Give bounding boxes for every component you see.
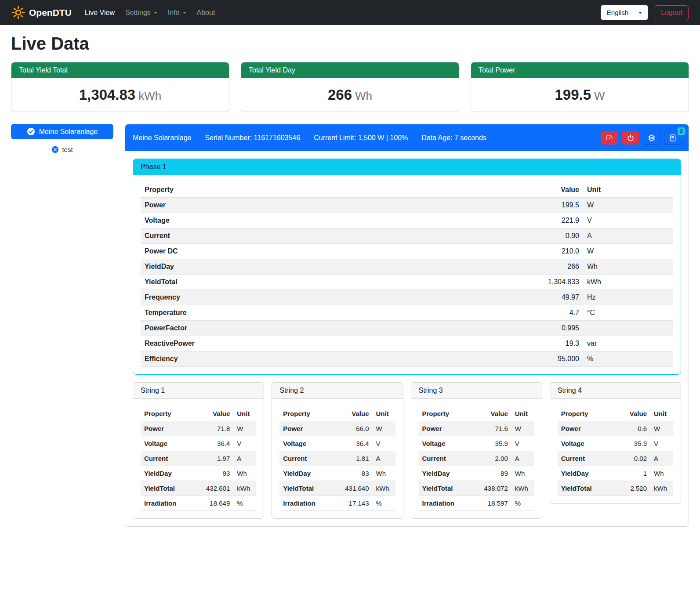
value-cell: 36.4: [199, 436, 233, 451]
string-3-card: String 3 Property Value Unit: [411, 382, 542, 519]
unit-cell: V: [650, 436, 673, 451]
unit-cell: W: [511, 421, 534, 436]
test-item[interactable]: test: [11, 146, 113, 153]
unit-cell: Wh: [650, 466, 673, 481]
phase-card: Phase 1 Property Value Unit: [133, 159, 681, 375]
unit-cell: A: [650, 451, 673, 466]
property-cell: Voltage: [141, 213, 517, 228]
unit-cell: A: [373, 451, 395, 466]
property-cell: YieldDay: [141, 466, 199, 481]
unit-cell: V: [233, 436, 256, 451]
power-button[interactable]: [622, 131, 639, 145]
event-log-button[interactable]: 2: [664, 131, 681, 145]
value-cell: 266: [517, 259, 583, 275]
table-row: Current1.81A: [279, 451, 395, 466]
unit-cell: W: [583, 244, 673, 259]
unit-cell: Wh: [373, 466, 395, 481]
journal-icon: [669, 134, 677, 142]
language-value: English: [607, 9, 628, 16]
table-row: Power71.6W: [419, 421, 534, 436]
property-cell: Current: [141, 451, 199, 466]
total-power-value: 199.5: [555, 87, 591, 103]
property-cell: Temperature: [141, 305, 517, 321]
unit-cell: Wh: [583, 259, 673, 275]
logout-button[interactable]: Logout: [655, 5, 689, 20]
table-row: Current1.97A: [141, 451, 256, 466]
total-yield-day-card: Total Yield Day 266Wh: [241, 62, 459, 112]
table-row: Efficiency95.000%: [141, 351, 673, 367]
phase-title: Phase 1: [133, 159, 681, 175]
property-cell: Current: [141, 228, 517, 244]
column-header-property: Property: [141, 406, 199, 421]
column-header-property: Property: [279, 406, 338, 421]
inverter-select-button[interactable]: Meine Solaranlage: [11, 124, 113, 139]
table-row: Irradiation17.143%: [279, 496, 395, 511]
table-row: Current0.90A: [141, 228, 673, 244]
property-cell: PowerFactor: [141, 321, 517, 336]
property-cell: Power: [558, 421, 616, 436]
value-cell: 1,304.833: [517, 275, 583, 290]
unit-cell: var: [583, 336, 673, 351]
table-row: Current2.00A: [419, 451, 534, 466]
table-row: YieldTotal1,304.833kWh: [141, 275, 673, 290]
brand-logo[interactable]: OpenDTU: [11, 6, 72, 19]
table-row: Power71.8W: [141, 421, 256, 436]
property-cell: YieldTotal: [141, 481, 199, 496]
nav-settings[interactable]: Settings: [120, 5, 163, 20]
value-cell: 4.7: [517, 305, 583, 321]
value-cell: 0.02: [616, 451, 650, 466]
unit-cell: A: [583, 228, 673, 244]
value-cell: 83: [338, 466, 373, 481]
nav-live-view[interactable]: Live View: [80, 5, 120, 20]
device-info-button[interactable]: [643, 131, 660, 145]
limit-settings-button[interactable]: [601, 131, 618, 145]
table-row: Irradiation18.597%: [419, 496, 534, 511]
column-header-value: Value: [477, 406, 511, 421]
sun-icon: [11, 6, 25, 19]
nav-about[interactable]: About: [192, 5, 221, 20]
unit-cell: V: [511, 436, 534, 451]
nav-live-view-label: Live View: [85, 9, 115, 17]
value-cell: 2.520: [616, 481, 650, 496]
property-cell: YieldTotal: [419, 481, 477, 496]
value-cell: 1: [616, 466, 650, 481]
table-row: Temperature4.7°C: [141, 305, 673, 321]
language-select[interactable]: English: [601, 5, 648, 20]
speedometer-icon: [605, 134, 613, 142]
property-cell: Current: [279, 451, 338, 466]
nav-info[interactable]: Info: [163, 5, 192, 20]
total-yield-total-card: Total Yield Total 1,304.83kWh: [11, 62, 229, 112]
total-yield-day-unit: Wh: [355, 89, 372, 102]
unit-cell: [583, 321, 673, 336]
inverter-name: Meine Solaranlage: [133, 134, 191, 142]
unit-cell: kWh: [233, 481, 256, 496]
value-cell: 18.649: [199, 496, 233, 511]
unit-cell: A: [233, 451, 256, 466]
chevron-down-icon: [183, 12, 186, 14]
total-yield-day-value: 266: [328, 87, 352, 103]
inverter-sidebar: Meine Solaranlage test: [11, 124, 113, 153]
table-row: YieldDay1Wh: [558, 466, 673, 481]
table-row: YieldTotal2.520kWh: [558, 481, 673, 496]
table-row: Power199.5W: [141, 198, 673, 213]
column-header-value: Value: [616, 406, 650, 421]
column-header-unit: Unit: [583, 182, 673, 198]
table-row: Power DC210.0W: [141, 244, 673, 259]
table-row: Voltage221.9V: [141, 213, 673, 228]
table-row: YieldDay93Wh: [141, 466, 256, 481]
nav-about-label: About: [197, 9, 215, 17]
unit-cell: Hz: [583, 290, 673, 305]
property-cell: Voltage: [141, 436, 199, 451]
value-cell: 71.8: [199, 421, 233, 436]
unit-cell: %: [583, 351, 673, 367]
property-cell: YieldDay: [279, 466, 338, 481]
summary-cards: Total Yield Total 1,304.83kWh Total Yiel…: [11, 62, 689, 112]
current-limit: Current Limit: 1,500 W | 100%: [314, 134, 408, 142]
table-row: YieldDay266Wh: [141, 259, 673, 275]
nav-settings-label: Settings: [125, 9, 151, 17]
column-header-property: Property: [141, 182, 517, 198]
check-circle-icon: [27, 127, 35, 136]
table-row: YieldTotal431.640kWh: [279, 481, 395, 496]
property-cell: Power DC: [141, 244, 517, 259]
inverter-panel-header: Meine Solaranlage Serial Number: 1161716…: [125, 124, 689, 151]
